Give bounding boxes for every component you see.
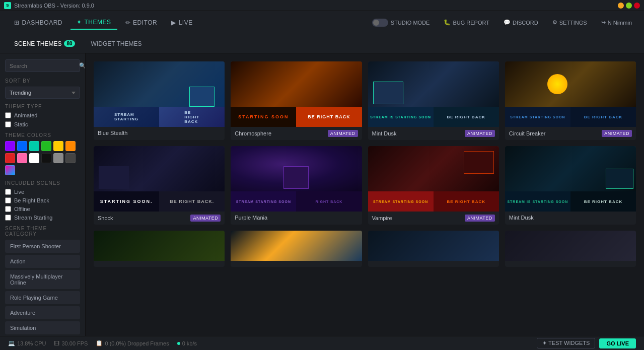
vp-cam [464,151,494,174]
theme-card-shock[interactable]: STARTING SOON. BE RIGHT BACK. Shock ANIM… [94,146,225,225]
scene-be-right-back: Be Right Back [14,197,49,203]
theme-card-circuit-breaker[interactable]: STREAM STARTING SOON BE RIGHT BACK Circu… [505,61,636,140]
theme-card-partial-3[interactable] [368,231,499,267]
discord-button[interactable]: 💬 DISCORD [499,17,542,28]
user-menu[interactable]: ↪ N Nimmin [597,17,636,28]
studio-mode-toggle[interactable]: STUDIO MODE [368,17,434,29]
ch-bottom: STARTING SOON BE RIGHT BACK [231,107,362,127]
theme-info-mint-dusk-2: Mint Dusk [505,212,636,224]
theme-card-blue-stealth[interactable]: STREAMSTARTING BERIGHTBACK Blue Stealth [94,61,225,140]
theme-info-partial-3 [368,261,499,267]
color-swatch-teal[interactable] [29,141,39,151]
drop-icon: 📋 [96,340,103,346]
md-b1: STREAM IS STARTING SOON [368,107,434,127]
go-live-button[interactable]: GO LIVE [599,338,636,348]
color-swatch-white[interactable] [29,153,39,163]
theme-card-vampire[interactable]: STREAM STARTING SOON BE RIGHT BACK Vampi… [368,146,499,225]
md-bottom: STREAM IS STARTING SOON BE RIGHT BACK [368,107,499,127]
color-swatch-blue[interactable] [17,141,27,151]
minimize-button[interactable] [618,3,624,9]
color-swatch-gray[interactable] [53,153,63,163]
search-box[interactable]: 🔍 [5,59,80,72]
category-rpg[interactable]: Role Playing Game [5,291,80,304]
studio-mode-switch[interactable] [372,19,388,27]
theme-preview-partial-1 [94,231,225,261]
static-checkbox-label[interactable]: Static [5,121,80,127]
theme-card-partial-2[interactable] [231,231,362,267]
bs-b1: STREAMSTARTING [94,107,159,127]
scene-stream-starting-label[interactable]: Stream Starting [5,215,80,221]
status-right: ✦ TEST WIDGETS GO LIVE [537,338,636,348]
themes-icon: ✦ [77,19,82,26]
nav-item-editor[interactable]: ✏ EDITOR [119,16,164,29]
md-main [368,61,499,107]
color-swatch-red[interactable] [5,153,15,163]
sort-select[interactable]: Trending Newest Popular [5,87,80,99]
color-swatch-darkgray[interactable] [65,153,76,163]
md2-cam [606,169,633,189]
nav-item-dashboard[interactable]: ⊞ DASHBOARD [8,16,68,29]
main-layout: 🔍 SORT BY Trending Newest Popular THEME … [0,53,644,336]
color-swatch-orange[interactable] [65,141,76,151]
vp-main [368,146,499,191]
tab-widget-themes[interactable]: WIDGET THEMES [85,37,148,50]
status-cpu: 💻 13.8% CPU [8,340,46,346]
bandwidth-dot [177,342,180,345]
color-swatch-black[interactable] [41,153,51,163]
theme-card-mint-dusk[interactable]: STREAM IS STARTING SOON BE RIGHT BACK Mi… [368,61,499,140]
preview-inner: STREAMSTARTING BERIGHTBACK [94,61,225,127]
color-swatch-multi[interactable] [5,165,15,175]
scene-offline-checkbox[interactable] [5,206,11,212]
ch-b2: BE RIGHT BACK [296,107,362,127]
theme-card-purple-mania[interactable]: STREAM STARTING SOON RIGHT BACK Purple M… [231,146,362,225]
md2-b2: BE RIGHT BACK [570,191,636,212]
status-fps: 🎞 30.00 FPS [54,340,88,346]
search-input[interactable] [10,63,79,69]
cb-b1: STREAM STARTING SOON [505,107,570,127]
category-mmo[interactable]: Massively Multiplayer Online [5,270,80,289]
maximize-button[interactable] [626,3,632,9]
close-button[interactable] [634,3,640,9]
scene-live-checkbox[interactable] [5,189,11,195]
scene-be-right-back-checkbox[interactable] [5,197,11,203]
preview-inner: STREAM STARTING SOON RIGHT BACK [231,146,362,212]
animated-badge-chromosphere: ANIMATED [328,130,358,137]
theme-card-partial-1[interactable] [94,231,225,267]
theme-info-circuit-breaker: Circuit Breaker ANIMATED [505,127,636,140]
animated-checkbox-label[interactable]: Animated [5,112,80,118]
color-swatch-pink[interactable] [17,153,27,163]
category-adventure[interactable]: Adventure [5,306,80,319]
scene-stream-starting-checkbox[interactable] [5,215,11,221]
color-swatch-purple[interactable] [5,141,15,151]
static-checkbox[interactable] [5,121,11,127]
theme-name-blue-stealth: Blue Stealth [98,130,127,136]
theme-info-vampire: Vampire ANIMATED [368,212,499,225]
color-swatch-yellow[interactable] [53,141,63,151]
test-widgets-button[interactable]: ✦ TEST WIDGETS [537,338,595,348]
nav-item-live[interactable]: ▶ LIVE [165,16,199,29]
scene-bre-right-back-label[interactable]: Be Right Back [5,197,80,203]
md2-bottom: STREAM IS STARTING SOON BE RIGHT BACK [505,191,636,212]
vp-b2: BE RIGHT BACK [434,191,499,212]
theme-card-partial-4[interactable] [505,231,636,267]
pm-cam [283,166,309,189]
settings-button[interactable]: ⚙ SETTINGS [548,17,591,28]
category-simulation[interactable]: Simulation [5,321,80,334]
theme-card-chromosphere[interactable]: STARTING SOON BE RIGHT BACK Chromosphere… [231,61,362,140]
title-bar-left: S Streamlabs OBS - Version: 0.9.0 [4,2,94,9]
category-fps[interactable]: First Person Shooter [5,240,80,253]
scene-live-label[interactable]: Live [5,189,80,195]
status-bandwidth: 0 kb/s [177,340,197,346]
fps-icon: 🎞 [54,340,59,346]
tab-scene-themes[interactable]: SCENE THEMES 80 [8,37,81,50]
animated-checkbox[interactable] [5,112,11,118]
edit-icon: ✏ [125,19,131,26]
bug-report-button[interactable]: 🐛 BUG REPORT [440,17,493,28]
bug-icon: 🐛 [444,19,451,26]
scene-offline-label[interactable]: Offline [5,206,80,212]
color-swatch-green[interactable] [41,141,51,151]
category-action[interactable]: Action [5,255,80,268]
nav-item-themes[interactable]: ✦ THEMES [70,16,117,30]
theme-name-vampire: Vampire [372,215,392,221]
theme-card-mint-dusk-2[interactable]: STREAM IS STARTING SOON BE RIGHT BACK Mi… [505,146,636,225]
